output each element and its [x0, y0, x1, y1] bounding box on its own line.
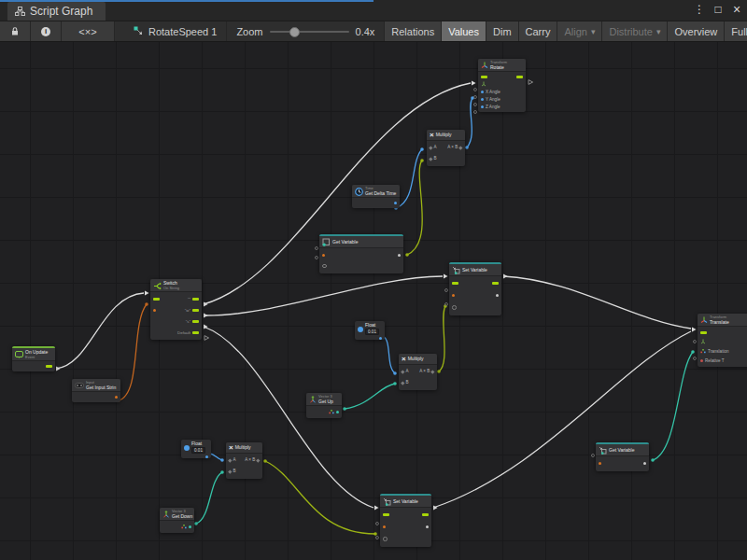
wire-get-variable-to-multiply-b[interactable]: [407, 161, 422, 255]
vector-out-port[interactable]: [336, 411, 339, 413]
flow-arrow: [204, 314, 208, 318]
flow-out-port[interactable]: [516, 76, 523, 78]
object-port[interactable]: [322, 264, 327, 269]
variable-name-port[interactable]: [322, 254, 325, 257]
node-multiply-lower[interactable]: Multiply A A × B B: [226, 442, 262, 479]
wire-float2-to-multiply3-a[interactable]: [209, 454, 222, 460]
flow-in-port[interactable]: [481, 76, 487, 78]
node-on-update[interactable]: On Update Event: [12, 346, 55, 371]
value-out-port[interactable]: [398, 254, 401, 257]
value-in-port[interactable]: [383, 537, 388, 541]
wire-set-variable-to-translate[interactable]: [503, 276, 691, 329]
node-multiply-upper[interactable]: Multiply A A × B B: [427, 130, 465, 166]
variable-name-port[interactable]: [383, 525, 386, 528]
lock-button[interactable]: [0, 21, 31, 41]
zoom-value: 0.4x: [356, 26, 375, 37]
node-get-input-string[interactable]: Input Get Input Strin: [72, 379, 120, 402]
value-out-port[interactable]: [496, 294, 499, 297]
wire-multiply-to-rotate-x[interactable]: [467, 98, 472, 147]
selector-in-port[interactable]: [153, 309, 156, 312]
float-out-port[interactable]: [394, 202, 397, 204]
toolbar-button-distribute[interactable]: Distribute: [601, 21, 667, 41]
wire-float-to-multiply2-a[interactable]: [383, 336, 395, 373]
toolbar-button-values[interactable]: Values: [441, 21, 486, 41]
code-toggle-button[interactable]: <×>: [62, 21, 115, 41]
port-stub: [376, 523, 379, 525]
float-value-field[interactable]: 0.01: [365, 329, 379, 335]
flow-in-port[interactable]: [153, 298, 160, 301]
node-set-variable-bottom[interactable]: Set Variable: [380, 494, 431, 547]
port-stub: [694, 357, 697, 360]
node-float-lower[interactable]: Float 0.01: [181, 440, 211, 458]
zoom-slider-handle[interactable]: [289, 27, 300, 37]
case-empty-out-port[interactable]: [192, 298, 199, 301]
flow-out-port[interactable]: [422, 513, 429, 516]
info-button[interactable]: [31, 21, 62, 41]
float-icon: [184, 445, 190, 451]
case-s-out-port[interactable]: [192, 320, 199, 323]
node-vector3-get-down[interactable]: Vector 3 Get Down: [160, 508, 194, 533]
wire-switch-w-to-set-variable[interactable]: [204, 276, 443, 315]
variable-name-port[interactable]: [599, 462, 601, 465]
node-get-variable-upper[interactable]: Get Variable: [319, 234, 403, 273]
node-get-variable-right[interactable]: Get Variable: [596, 442, 649, 471]
maximize-icon[interactable]: [712, 3, 725, 17]
graph-canvas[interactable]: On Update Event Input Get Input Strin: [0, 42, 747, 560]
value-in-port[interactable]: [452, 305, 457, 310]
relative-to-port[interactable]: [700, 359, 703, 362]
switch-icon: [153, 282, 162, 290]
wire-delta-time-to-multiply-a[interactable]: [396, 149, 422, 208]
flow-in-port[interactable]: [383, 513, 389, 516]
node-switch-on-string[interactable]: Switch On String "" "w" "s" Default: [150, 279, 202, 340]
node-get-delta-time[interactable]: Time Get Delta Time: [352, 185, 400, 208]
y-angle-port[interactable]: [481, 98, 484, 101]
toolbar-button-relations[interactable]: Relations: [384, 21, 441, 41]
window-menu-icon[interactable]: [693, 3, 706, 17]
vector-out-port[interactable]: [189, 525, 191, 528]
wire-multiply2-to-set-variable[interactable]: [439, 306, 445, 371]
float-out-port[interactable]: [205, 455, 208, 458]
flow-out-port[interactable]: [492, 282, 499, 285]
node-transform-translate[interactable]: Transform Translate Translation Relative…: [698, 314, 747, 367]
tab-script-graph[interactable]: Script Graph: [7, 2, 106, 21]
node-float-upper[interactable]: Float 0.01: [355, 321, 385, 340]
zoom-slider[interactable]: [270, 31, 349, 33]
flow-in-port[interactable]: [700, 331, 707, 334]
wire-endpoint-dot: [437, 370, 441, 373]
flow-out-port[interactable]: [46, 365, 52, 368]
node-multiply-middle[interactable]: Multiply A A × B B: [399, 354, 437, 390]
graph-reference[interactable]: RotateSpeed 1: [124, 21, 227, 41]
value-out-port[interactable]: [426, 525, 429, 528]
float-value-field[interactable]: 0.01: [191, 447, 205, 454]
wire-multiply3-to-set-variable2[interactable]: [265, 461, 375, 534]
flow-arrow: [472, 81, 476, 86]
node-vector3-get-up[interactable]: Vector 3 Get Up: [306, 393, 342, 418]
string-out-port[interactable]: [115, 396, 118, 399]
zoom-label: Zoom: [236, 26, 262, 37]
wire-get-variable2-to-translate[interactable]: [653, 352, 693, 460]
flow-in-port[interactable]: [452, 282, 458, 285]
node-transform-rotate[interactable]: Transform Rotate X Angle Y Angle Z Angle: [478, 59, 526, 112]
node-set-variable-middle[interactable]: Set Variable: [449, 262, 501, 315]
wire-get-input-to-switch[interactable]: [119, 304, 147, 400]
toolbar-button-carry[interactable]: Carry: [518, 21, 557, 41]
toolbar-button-align[interactable]: Align: [557, 21, 601, 41]
case-w-out-port[interactable]: [192, 309, 199, 312]
wire-get-up-to-multiply2-b[interactable]: [345, 384, 395, 409]
float-out-port[interactable]: [379, 337, 382, 340]
toolbar-button-fullscreen[interactable]: Full Screen: [724, 21, 747, 41]
z-angle-port[interactable]: [481, 105, 484, 108]
wire-get-down-to-multiply3-b[interactable]: [196, 472, 222, 524]
wire-endpoint-dot: [374, 532, 377, 536]
wire-set-variable2-to-translate[interactable]: [433, 331, 691, 508]
case-default-out-port[interactable]: [192, 331, 199, 334]
close-icon[interactable]: [730, 3, 743, 17]
wire-on-update-to-switch[interactable]: [56, 293, 144, 369]
value-out-port[interactable]: [643, 462, 646, 465]
graph-wires[interactable]: [0, 42, 747, 560]
toolbar-button-overview[interactable]: Overview: [667, 21, 724, 41]
flow-arrow: [374, 506, 379, 511]
x-angle-port[interactable]: [481, 91, 484, 93]
toolbar-button-dim[interactable]: Dim: [486, 21, 518, 41]
variable-name-port[interactable]: [452, 294, 455, 297]
